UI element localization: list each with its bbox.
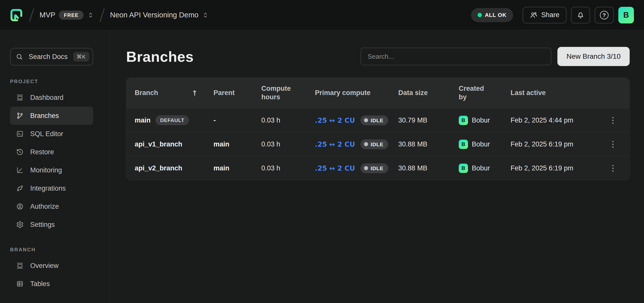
data-size: 30.88 MB: [390, 140, 450, 148]
project-name: Neon API Versioning Demo: [110, 11, 198, 19]
column-header-created-by[interactable]: Created by: [450, 84, 502, 102]
sort-asc-icon[interactable]: ↑: [192, 89, 198, 98]
breadcrumb-separator: [29, 8, 34, 22]
compute-hours: 0.03 h: [253, 116, 307, 124]
idle-dot: [364, 166, 368, 170]
share-label: Share: [541, 11, 559, 19]
column-header-last-active[interactable]: Last active: [502, 89, 596, 97]
sidebar-item-label: Overview: [30, 262, 59, 270]
page-title: Branches: [126, 48, 194, 65]
table-row[interactable]: api_v2_branch main 0.03 h .25 ↔ 2 CU IDL…: [126, 156, 629, 180]
parent-branch: -: [213, 116, 216, 124]
column-header-data-size[interactable]: Data size: [390, 89, 450, 97]
column-header-parent[interactable]: Parent: [205, 89, 253, 97]
row-actions-menu-icon[interactable]: [596, 117, 629, 124]
sidebar-item-label: Tables: [30, 280, 50, 288]
sidebar: Search Docs ⌘K PROJECT Dashboard Branche…: [0, 30, 110, 303]
org-name: MVP: [40, 11, 55, 19]
sidebar-item-overview[interactable]: Overview: [10, 257, 93, 275]
new-branch-button[interactable]: New Branch 3/10: [557, 47, 630, 66]
compute-hours: 0.03 h: [253, 140, 307, 148]
table-row[interactable]: main DEFAULT - 0.03 h .25 ↔ 2 CU IDLE 30…: [126, 108, 629, 132]
parent-branch: main: [213, 164, 229, 172]
sidebar-item-label: SQL Editor: [30, 130, 63, 138]
question-icon: ?: [600, 11, 609, 19]
last-active: Feb 2, 2025 6:19 pm: [502, 164, 596, 172]
sidebar-item-sql-editor[interactable]: SQL Editor: [10, 125, 93, 143]
breadcrumb-separator: [99, 8, 104, 22]
branch-search-input[interactable]: [361, 48, 551, 65]
plan-badge: FREE: [59, 11, 84, 20]
monitoring-icon: [16, 166, 24, 174]
integrations-icon: [16, 185, 24, 192]
sidebar-item-label: Restore: [30, 148, 54, 156]
sidebar-item-label: Settings: [30, 221, 55, 229]
sidebar-item-dashboard[interactable]: Dashboard: [10, 88, 93, 107]
dashboard-icon: [16, 94, 24, 101]
sidebar-item-authorize[interactable]: Authorize: [10, 197, 93, 216]
row-actions-menu-icon[interactable]: [596, 165, 629, 172]
sidebar-item-branches[interactable]: Branches: [10, 107, 93, 125]
system-status-badge[interactable]: ALL OK: [471, 8, 513, 22]
sidebar-item-tables[interactable]: Tables: [10, 275, 93, 293]
data-size: 30.79 MB: [390, 116, 450, 124]
data-size: 30.88 MB: [390, 164, 450, 172]
branches-icon: [16, 112, 24, 119]
main-content: Branches New Branch 3/10 Branch ↑ Parent…: [110, 30, 644, 303]
compute-size-link[interactable]: .25 ↔ 2 CU: [315, 116, 355, 124]
search-docs-button[interactable]: Search Docs ⌘K: [10, 48, 93, 66]
parent-branch: main: [213, 140, 229, 148]
compute-state-badge: IDLE: [361, 139, 388, 149]
last-active: Feb 2, 2025 6:19 pm: [502, 140, 596, 148]
idle-dot: [364, 142, 368, 146]
sidebar-item-settings[interactable]: Settings: [10, 216, 93, 234]
compute-state-badge: IDLE: [361, 163, 388, 173]
section-label-project: PROJECT: [10, 79, 99, 84]
default-badge: DEFAULT: [156, 115, 189, 125]
column-header-branch[interactable]: Branch ↑: [126, 89, 205, 98]
overview-icon: [16, 262, 24, 269]
section-label-branch: BRANCH: [10, 247, 99, 253]
creator-name: Bobur: [472, 116, 490, 124]
compute-size-link[interactable]: .25 ↔ 2 CU: [315, 140, 355, 148]
sidebar-item-integrations[interactable]: Integrations: [10, 179, 93, 197]
creator-avatar: B: [459, 164, 468, 173]
chevron-updown-icon: [87, 12, 94, 19]
chevron-updown-icon: [202, 12, 209, 19]
help-button[interactable]: ?: [595, 7, 614, 23]
branch-name[interactable]: api_v1_branch: [135, 140, 182, 148]
creator-name: Bobur: [472, 140, 490, 148]
creator-avatar: B: [459, 140, 468, 149]
settings-icon: [16, 221, 24, 228]
share-button[interactable]: Share: [523, 7, 566, 23]
project-switcher[interactable]: Neon API Versioning Demo: [110, 11, 209, 19]
sidebar-item-label: Monitoring: [30, 166, 62, 174]
branch-name[interactable]: main: [135, 116, 151, 124]
authorize-icon: [16, 203, 24, 210]
people-icon: [530, 11, 538, 19]
neon-logo-icon[interactable]: [10, 8, 23, 23]
creator-name: Bobur: [472, 164, 490, 172]
sidebar-item-monitoring[interactable]: Monitoring: [10, 161, 93, 179]
column-header-compute-hours[interactable]: Compute hours: [253, 84, 307, 102]
last-active: Feb 2, 2025 4:44 pm: [502, 116, 596, 124]
creator-avatar: B: [459, 116, 468, 125]
compute-size-link[interactable]: .25 ↔ 2 CU: [315, 164, 355, 172]
user-avatar[interactable]: B: [618, 7, 634, 23]
sidebar-item-label: Branches: [30, 112, 59, 120]
compute-hours: 0.03 h: [253, 164, 307, 172]
column-header-primary-compute[interactable]: Primary compute: [307, 89, 390, 97]
restore-icon: [16, 148, 24, 156]
sidebar-item-label: Integrations: [30, 185, 66, 192]
notifications-button[interactable]: [571, 7, 590, 23]
status-label: ALL OK: [485, 12, 507, 18]
sidebar-item-restore[interactable]: Restore: [10, 143, 93, 161]
branch-name[interactable]: api_v2_branch: [135, 164, 182, 172]
compute-state-badge: IDLE: [361, 115, 388, 125]
sql-editor-icon: [16, 130, 24, 138]
sidebar-item-label: Dashboard: [30, 94, 63, 102]
table-row[interactable]: api_v1_branch main 0.03 h .25 ↔ 2 CU IDL…: [126, 132, 629, 156]
org-switcher[interactable]: MVP FREE: [40, 11, 94, 20]
tables-icon: [16, 280, 24, 288]
row-actions-menu-icon[interactable]: [596, 141, 629, 148]
